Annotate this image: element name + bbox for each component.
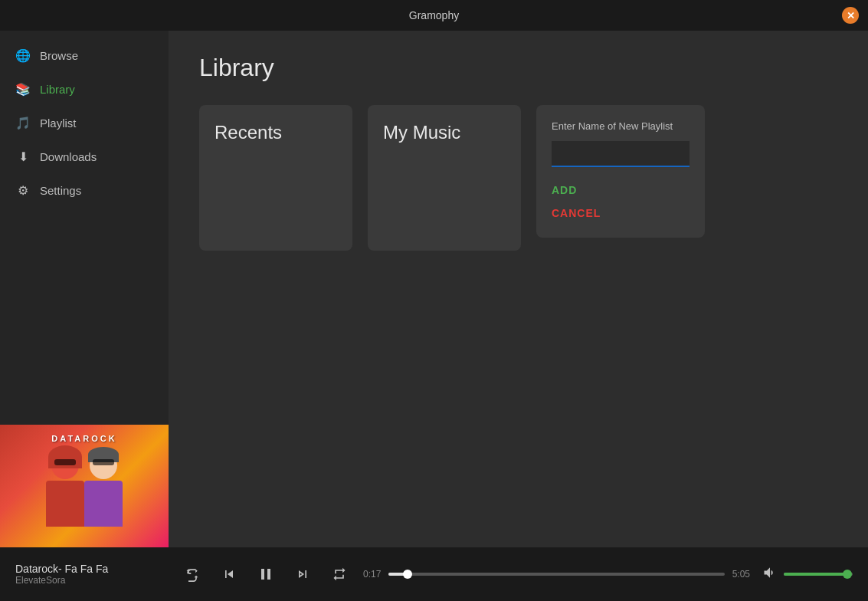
album-artwork: DATAROCK: [0, 425, 169, 547]
figure-head-right: [90, 452, 117, 479]
recents-card-title: Recents: [215, 120, 282, 144]
volume-section: [762, 565, 853, 584]
volume-bar[interactable]: [784, 573, 853, 576]
sidebar-album-art: DATAROCK: [0, 425, 169, 547]
pause-button[interactable]: [254, 563, 277, 586]
main-layout: 🌐 Browse 📚 Library 🎵 Playlist ⬇ Download…: [0, 31, 868, 547]
prev-button[interactable]: [218, 563, 241, 586]
progress-bar[interactable]: [388, 573, 724, 576]
sidebar-label-library: Library: [40, 83, 75, 96]
settings-icon: ⚙: [15, 182, 31, 198]
dialog-actions: ADD CANCEL: [552, 181, 689, 222]
progress-thumb: [403, 570, 412, 579]
progress-fill: [388, 573, 408, 576]
add-playlist-button[interactable]: ADD: [552, 181, 689, 199]
sidebar-label-settings: Settings: [40, 184, 81, 197]
sidebar-nav: 🌐 Browse 📚 Library 🎵 Playlist ⬇ Download…: [0, 31, 169, 425]
page-title: Library: [199, 54, 837, 82]
total-time: 5:05: [732, 569, 750, 580]
sidebar-label-downloads: Downloads: [40, 150, 97, 163]
new-playlist-dialog: Enter Name of New Playlist ADD CANCEL: [536, 105, 705, 238]
sidebar-item-settings[interactable]: ⚙ Settings: [0, 173, 169, 207]
album-band-name: DATAROCK: [0, 434, 169, 443]
shuffle-button[interactable]: [181, 563, 204, 586]
volume-fill: [784, 573, 847, 576]
content-area: Library Recents My Music Enter Name of N…: [169, 31, 868, 547]
track-info: Datarock- Fa Fa Fa ElevateSora: [15, 563, 169, 586]
sidebar-item-library[interactable]: 📚 Library: [0, 72, 169, 106]
sidebar-item-playlist[interactable]: 🎵 Playlist: [0, 106, 169, 140]
figure-head-left: [51, 452, 79, 479]
sidebar-item-browse[interactable]: 🌐 Browse: [0, 38, 169, 72]
player-bar: Datarock- Fa Fa Fa ElevateSora 0:17 5:05: [0, 547, 868, 601]
track-title: Datarock- Fa Fa Fa: [15, 563, 169, 575]
app-title: Gramophy: [409, 9, 459, 21]
playlist-icon: 🎵: [15, 115, 31, 130]
volume-icon: [762, 565, 778, 584]
recents-card[interactable]: Recents: [199, 105, 352, 251]
close-button[interactable]: ✕: [842, 7, 859, 24]
download-icon: ⬇: [15, 149, 31, 164]
sidebar-label-browse: Browse: [40, 49, 78, 62]
titlebar: Gramophy ✕: [0, 0, 868, 31]
globe-icon: 🌐: [15, 48, 31, 63]
progress-section: 0:17 5:05: [363, 569, 750, 580]
playlist-name-input[interactable]: [552, 141, 689, 167]
sidebar-label-playlist: Playlist: [40, 117, 77, 130]
library-icon: 📚: [15, 81, 31, 97]
current-time: 0:17: [363, 569, 381, 580]
player-controls: [181, 563, 351, 586]
track-artist: ElevateSora: [15, 575, 169, 586]
next-button[interactable]: [291, 563, 314, 586]
sidebar-item-downloads[interactable]: ⬇ Downloads: [0, 140, 169, 173]
my-music-card[interactable]: My Music: [368, 105, 521, 251]
library-grid: Recents My Music Enter Name of New Playl…: [199, 105, 837, 251]
sidebar: 🌐 Browse 📚 Library 🎵 Playlist ⬇ Download…: [0, 31, 169, 547]
my-music-card-title: My Music: [383, 120, 460, 144]
dialog-label: Enter Name of New Playlist: [552, 120, 689, 132]
cancel-playlist-button[interactable]: CANCEL: [552, 204, 689, 222]
repeat-button[interactable]: [328, 563, 351, 586]
figure-right: [77, 452, 130, 536]
volume-thumb: [843, 570, 852, 579]
